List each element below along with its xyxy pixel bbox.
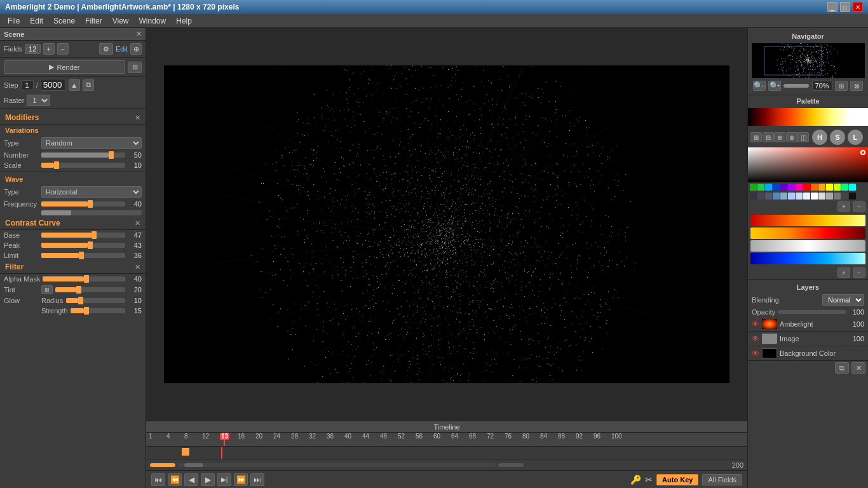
palette-tool-2[interactable]: ⊟ bbox=[763, 132, 774, 142]
transport-end-button[interactable]: ⏭ bbox=[250, 473, 264, 486]
swatch[interactable] bbox=[811, 193, 818, 200]
maximize-button[interactable]: □ bbox=[840, 2, 850, 12]
layer-amberlight-name[interactable]: Amberlight bbox=[780, 320, 846, 328]
radius-slider[interactable] bbox=[66, 298, 125, 303]
swatch[interactable] bbox=[826, 193, 833, 200]
swatch[interactable] bbox=[834, 184, 841, 191]
wave-extra-slider[interactable] bbox=[41, 210, 142, 215]
peak-slider[interactable] bbox=[41, 243, 125, 248]
scissors-icon[interactable]: ✂ bbox=[645, 475, 653, 485]
swatch[interactable] bbox=[811, 184, 818, 191]
swatch[interactable] bbox=[765, 193, 772, 200]
swatch[interactable] bbox=[773, 193, 780, 200]
menu-scene[interactable]: Scene bbox=[48, 15, 80, 27]
render-button[interactable]: ▶ Render bbox=[4, 60, 125, 74]
swatch[interactable] bbox=[818, 184, 825, 191]
gradient-preset-2[interactable] bbox=[750, 227, 865, 239]
step-up-button[interactable]: ▲ bbox=[69, 79, 80, 91]
hsl-h-button[interactable]: H bbox=[812, 130, 827, 145]
swatch[interactable] bbox=[818, 193, 825, 200]
swatch[interactable] bbox=[750, 184, 757, 191]
filter-close-button[interactable]: ✕ bbox=[135, 263, 140, 271]
contrast-close-button[interactable]: ✕ bbox=[135, 219, 140, 227]
raster-dropdown[interactable]: 1 bbox=[27, 95, 50, 106]
minimize-button[interactable]: _ bbox=[827, 2, 837, 12]
swatch[interactable] bbox=[757, 193, 764, 200]
swatch[interactable] bbox=[780, 193, 787, 200]
color-picker-gradient[interactable] bbox=[748, 147, 868, 182]
palette-spectrum[interactable] bbox=[748, 108, 868, 126]
base-slider[interactable] bbox=[41, 233, 125, 238]
layer-image-eye[interactable]: 👁 bbox=[752, 334, 759, 343]
autokey-button[interactable]: Auto Key bbox=[656, 474, 698, 485]
swatch[interactable] bbox=[834, 193, 841, 200]
swatch[interactable] bbox=[849, 184, 856, 191]
swatch[interactable] bbox=[757, 184, 764, 191]
palette-tool-4[interactable]: ⊗ bbox=[786, 132, 797, 142]
swatch[interactable] bbox=[765, 184, 772, 191]
zoom-out-button[interactable]: 🔍− bbox=[753, 81, 766, 91]
gradient-preset-3[interactable] bbox=[750, 240, 865, 252]
edit-label[interactable]: Edit bbox=[116, 45, 128, 53]
palette-remove-button[interactable]: − bbox=[853, 201, 865, 212]
limit-slider[interactable] bbox=[41, 253, 125, 258]
swatch[interactable] bbox=[780, 184, 787, 191]
key-icon[interactable]: 🔑 bbox=[630, 475, 641, 485]
swatch[interactable] bbox=[841, 193, 848, 200]
blending-dropdown[interactable]: Normal bbox=[822, 294, 864, 306]
scene-options-button[interactable]: ⊕ bbox=[130, 43, 142, 55]
swatch[interactable] bbox=[841, 184, 848, 191]
zoom-in-button[interactable]: 🔍+ bbox=[768, 81, 781, 91]
swatch[interactable] bbox=[826, 184, 833, 191]
field-settings-icon[interactable]: ⚙ bbox=[99, 43, 113, 55]
transport-prev-frame-button[interactable]: ◀ bbox=[184, 473, 198, 486]
menu-file[interactable]: File bbox=[3, 15, 25, 27]
swatch[interactable] bbox=[788, 193, 795, 200]
allfields-button[interactable]: All Fields bbox=[702, 474, 742, 485]
menu-view[interactable]: View bbox=[107, 15, 134, 27]
hsl-l-button[interactable]: L bbox=[848, 130, 863, 145]
swatch[interactable] bbox=[803, 193, 810, 200]
main-canvas[interactable] bbox=[164, 65, 729, 383]
hsl-s-button[interactable]: S bbox=[830, 130, 845, 145]
transport-step-back-button[interactable]: ⏪ bbox=[168, 473, 182, 486]
menu-window[interactable]: Window bbox=[134, 15, 172, 27]
swatch[interactable] bbox=[788, 184, 795, 191]
palette-add-button[interactable]: + bbox=[837, 201, 850, 212]
scene-close-button[interactable]: ✕ bbox=[136, 30, 142, 38]
gradient-remove-button[interactable]: − bbox=[853, 268, 865, 278]
swatch[interactable] bbox=[796, 184, 803, 191]
wave-type-dropdown[interactable]: Horizontal bbox=[41, 186, 142, 198]
modifiers-close-button[interactable]: ✕ bbox=[135, 114, 140, 122]
swatch[interactable] bbox=[750, 193, 757, 200]
type-dropdown[interactable]: Random bbox=[41, 137, 142, 149]
menu-help[interactable]: Help bbox=[171, 15, 197, 27]
navigator-canvas[interactable] bbox=[752, 43, 865, 78]
bg-color-swatch[interactable] bbox=[762, 348, 777, 358]
gradient-preset-4[interactable] bbox=[750, 253, 865, 264]
menu-filter[interactable]: Filter bbox=[80, 15, 107, 27]
swatch[interactable] bbox=[796, 193, 803, 200]
swatch[interactable] bbox=[803, 184, 810, 191]
timeline-track[interactable] bbox=[146, 447, 747, 459]
transport-rewind-button[interactable]: ⏮ bbox=[151, 473, 165, 486]
gradient-preset-1[interactable] bbox=[750, 215, 865, 226]
step-total-input[interactable] bbox=[41, 79, 66, 91]
layer-image-name[interactable]: Image bbox=[780, 335, 846, 342]
timeline-scrollbar-thumb[interactable] bbox=[184, 463, 203, 467]
swatch[interactable] bbox=[849, 193, 856, 200]
alpha-slider[interactable] bbox=[43, 276, 125, 281]
palette-tool-3[interactable]: ⊕ bbox=[774, 132, 785, 142]
bg-eye-button[interactable]: 👁 bbox=[752, 349, 759, 358]
number-slider[interactable] bbox=[41, 152, 125, 158]
step-copy-button[interactable]: ⧉ bbox=[83, 79, 94, 91]
keyframe-marker[interactable] bbox=[182, 448, 189, 456]
frequency-slider[interactable] bbox=[41, 201, 125, 207]
palette-tool-5[interactable]: ◫ bbox=[797, 132, 809, 142]
render-options-button[interactable]: ⊞ bbox=[128, 62, 142, 73]
palette-tool-1[interactable]: ⊞ bbox=[750, 132, 762, 142]
timeline-scrollbar-right[interactable] bbox=[498, 463, 524, 467]
transport-play-button[interactable]: ▶ bbox=[201, 473, 215, 486]
zoom-reset-button[interactable]: ⊠ bbox=[850, 81, 863, 91]
zoom-slider[interactable] bbox=[783, 84, 809, 88]
